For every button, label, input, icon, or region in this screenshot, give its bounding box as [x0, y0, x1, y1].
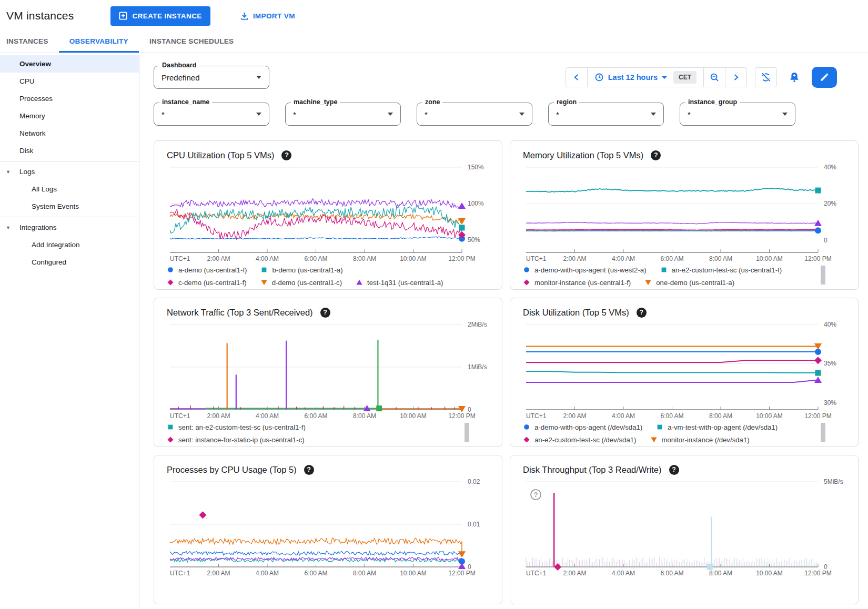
- dashboard-select-value: Predefined: [162, 73, 200, 82]
- time-range-label: Last 12 hours: [608, 73, 658, 82]
- help-icon[interactable]: ?: [281, 150, 291, 160]
- sidebar-item-system-events[interactable]: System Events: [0, 198, 139, 215]
- auto-refresh-off-button[interactable]: [755, 67, 777, 87]
- svg-text:4:00 AM: 4:00 AM: [256, 570, 279, 577]
- create-instance-button[interactable]: CREATE INSTANCE: [110, 6, 210, 26]
- svg-text:2:00 AM: 2:00 AM: [563, 570, 586, 577]
- sidebar-item-integrations[interactable]: ▼Integrations: [0, 219, 139, 236]
- help-icon[interactable]: ?: [320, 308, 330, 318]
- sidebar-item-configured[interactable]: Configured: [0, 253, 139, 271]
- zoom-out-button[interactable]: [704, 68, 725, 87]
- svg-text:2:00 AM: 2:00 AM: [563, 255, 586, 262]
- svg-text:UTC+1: UTC+1: [170, 255, 190, 262]
- sidebar-item-label: Memory: [19, 112, 45, 120]
- legend-marker-icon: [167, 423, 174, 431]
- chart-plot-area[interactable]: 2MiB/s1MiB/s0UTC+12:00 AM4:00 AM6:00 AM8…: [166, 320, 490, 422]
- timezone-badge[interactable]: CET: [673, 71, 697, 84]
- legend-scrollbar[interactable]: [821, 266, 825, 285]
- filter-select-region[interactable]: region*: [548, 103, 664, 126]
- sidebar-item-disk[interactable]: Disk: [0, 142, 139, 159]
- svg-text:30%: 30%: [824, 399, 836, 407]
- time-back-button[interactable]: [566, 68, 587, 87]
- legend-item[interactable]: an-e2-custom-test-sc (/dev/sda1): [523, 436, 637, 444]
- svg-text:6:00 AM: 6:00 AM: [304, 570, 327, 577]
- help-icon[interactable]: ?: [651, 150, 661, 160]
- help-icon[interactable]: ?: [304, 465, 314, 475]
- legend-item[interactable]: a-demo-with-ops-agent (/dev/sda1): [523, 423, 642, 431]
- edit-dashboard-button[interactable]: [812, 67, 837, 88]
- filter-value: *: [556, 110, 559, 119]
- svg-text:12:00 PM: 12:00 PM: [804, 255, 831, 262]
- time-forward-button[interactable]: [725, 68, 746, 87]
- legend-item[interactable]: c-demo (us-central1-f): [167, 279, 247, 287]
- time-range-button[interactable]: Last 12 hours CET: [588, 68, 703, 87]
- sidebar-item-network[interactable]: Network: [0, 125, 139, 142]
- filter-select-zone[interactable]: zone*: [417, 103, 532, 126]
- filter-label: zone: [422, 98, 442, 106]
- expander-arrow-icon[interactable]: ▼: [6, 169, 11, 175]
- alert-bell-icon[interactable]: [785, 70, 804, 84]
- filter-select-machine-type[interactable]: machine_type*: [285, 103, 401, 126]
- svg-text:5MiB/s: 5MiB/s: [824, 478, 843, 485]
- legend-item[interactable]: an-e2-custom-test-sc (us-central1-f): [660, 266, 782, 274]
- tab-observability[interactable]: OBSERVABILITY: [59, 32, 139, 53]
- legend-marker-icon: [523, 423, 530, 431]
- sidebar-item-overview[interactable]: Overview: [0, 55, 139, 73]
- legend-item[interactable]: one-demo (us-central1-a): [644, 279, 734, 287]
- legend-marker-icon: [260, 266, 268, 273]
- legend-item[interactable]: sent: instance-for-static-ip (us-central…: [167, 436, 305, 444]
- svg-text:2:00 AM: 2:00 AM: [563, 412, 586, 420]
- sidebar-item-add-integration[interactable]: Add Integration: [0, 236, 139, 253]
- legend-item[interactable]: b-demo (us-central1-a): [260, 266, 342, 274]
- legend-marker-icon: [660, 266, 668, 273]
- sidebar-item-label: Integrations: [19, 224, 57, 231]
- import-vm-button[interactable]: IMPORT VM: [237, 11, 298, 21]
- import-icon: [240, 12, 249, 21]
- legend-marker-icon: [523, 436, 530, 443]
- sidebar-item-label: Network: [19, 129, 46, 137]
- chart-title-row: Network Traffic (Top 3 Sent/Received)?: [167, 306, 490, 319]
- filter-select-instance-group[interactable]: instance_group*: [680, 103, 795, 126]
- tab-instances[interactable]: INSTANCES: [6, 32, 59, 53]
- legend-item[interactable]: a-demo-with-ops-agent (us-west2-a): [523, 266, 647, 274]
- svg-text:6:00 AM: 6:00 AM: [660, 570, 683, 577]
- svg-text:2MiB/s: 2MiB/s: [468, 321, 487, 328]
- chart-plot-area[interactable]: 40%20%0UTC+12:00 AM4:00 AM6:00 AM8:00 AM…: [522, 163, 846, 265]
- dashboard-select[interactable]: Dashboard Predefined: [154, 66, 269, 89]
- legend-item[interactable]: d-demo (us-central1-c): [260, 279, 342, 287]
- tab-instance-schedules[interactable]: INSTANCE SCHEDULES: [139, 32, 244, 53]
- chart-plot-area[interactable]: 0.020.010UTC+12:00 AM4:00 AM6:00 AM8:00 …: [166, 478, 490, 580]
- no-data-help-icon[interactable]: ?: [530, 489, 541, 500]
- filter-select-instance-name[interactable]: instance_name*: [154, 103, 269, 126]
- sidebar-item-memory[interactable]: Memory: [0, 107, 139, 125]
- expander-arrow-icon[interactable]: ▼: [6, 225, 11, 230]
- filter-label: machine_type: [291, 98, 340, 106]
- svg-text:50%: 50%: [468, 236, 480, 243]
- sidebar-item-logs[interactable]: ▼Logs: [0, 163, 139, 180]
- chart-card-processes-by-cpu-usage-top-5: Processes by CPU Usage (Top 5)?0.020.010…: [154, 455, 502, 604]
- svg-text:8:00 AM: 8:00 AM: [709, 412, 732, 420]
- legend-item[interactable]: monitor-instance (/dev/sda1): [650, 436, 750, 444]
- chart-plot-area[interactable]: 5MiB/s0UTC+12:00 AM4:00 AM6:00 AM8:00 AM…: [522, 478, 846, 580]
- sidebar-item-all-logs[interactable]: All Logs: [0, 180, 139, 198]
- chart-title-row: CPU Utilization (Top 5 VMs)?: [167, 148, 490, 162]
- help-icon[interactable]: ?: [669, 465, 679, 475]
- legend-label: a-demo-with-ops-agent (us-west2-a): [534, 266, 647, 274]
- sidebar-item-cpu[interactable]: CPU: [0, 73, 139, 90]
- legend-item[interactable]: a-vm-test-with-op-agent (/dev/sda1): [656, 423, 778, 431]
- legend-scrollbar[interactable]: [465, 423, 469, 442]
- svg-text:10:00 AM: 10:00 AM: [400, 412, 427, 420]
- chart-plot-area[interactable]: 40%35%30%UTC+12:00 AM4:00 AM6:00 AM8:00 …: [522, 320, 846, 422]
- sidebar-item-processes[interactable]: Processes: [0, 90, 139, 107]
- legend-row: an-e2-custom-test-sc (/dev/sda1)monitor-…: [523, 435, 846, 444]
- legend-scrollbar[interactable]: [821, 423, 825, 442]
- legend-row: sent: instance-for-static-ip (us-central…: [167, 435, 490, 444]
- legend-item[interactable]: a-demo (us-central1-f): [167, 266, 247, 274]
- charts-grid: CPU Utilization (Top 5 VMs)?150%100%50%U…: [154, 140, 861, 604]
- svg-text:UTC+1: UTC+1: [526, 412, 547, 420]
- chart-plot-area[interactable]: 150%100%50%UTC+12:00 AM4:00 AM6:00 AM8:0…: [166, 163, 490, 265]
- legend-item[interactable]: test-1q31 (us-central1-a): [356, 279, 443, 287]
- help-icon[interactable]: ?: [637, 308, 647, 318]
- legend-item[interactable]: monitor-instance (us-central1-f): [523, 279, 631, 287]
- legend-item[interactable]: sent: an-e2-custom-test-sc (us-central1-…: [167, 423, 306, 431]
